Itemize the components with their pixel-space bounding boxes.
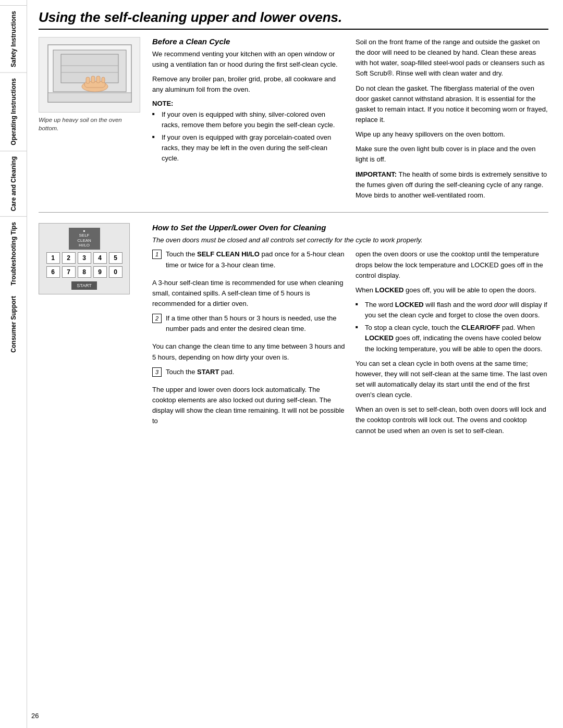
key-6[interactable]: 6: [46, 266, 60, 278]
start-label: START: [77, 283, 92, 288]
key-8[interactable]: 8: [78, 266, 91, 278]
bullet-item: If your oven is equipped with shiny, sil…: [152, 109, 345, 130]
key-4[interactable]: 4: [93, 252, 107, 264]
note-label: NOTE:: [152, 100, 345, 107]
right-para4: When an oven is set to self-clean, both …: [356, 404, 548, 436]
bottom-bullet2: To stop a clean cycle, touch the CLEAR/O…: [356, 323, 548, 354]
step2-number: 2: [152, 314, 162, 323]
right-para5: IMPORTANT: The health of some birds is e…: [356, 169, 548, 201]
key-0[interactable]: 0: [109, 266, 123, 278]
key-9[interactable]: 9: [93, 266, 107, 278]
sidebar-item-label: Operating Instructions: [10, 78, 17, 145]
step1-number: 1: [152, 250, 162, 259]
top-right-columns: Before a Clean Cycle We recommend ventin…: [152, 37, 548, 205]
right-para1: open the oven doors or use the cooktop u…: [356, 249, 548, 280]
top-left-panel: Wipe up heavy soil on the oven bottom.: [39, 37, 143, 205]
bottom-bullet-list: The word LOCKED will flash and the word …: [356, 300, 548, 354]
key-1[interactable]: 1: [46, 252, 60, 264]
step2-text: If a time other than 5 hours or 3 hours …: [166, 313, 345, 334]
step1-text: Touch the SELF CLEAN HI/LO pad once for …: [166, 249, 345, 270]
b-col-left: 1 Touch the SELF CLEAN HI/LO pad once fo…: [152, 249, 345, 440]
para-doors: The upper and lower oven doors lock auto…: [152, 385, 345, 427]
svg-rect-7: [86, 77, 90, 83]
key-7[interactable]: 7: [62, 266, 76, 278]
oven-image: [39, 37, 140, 113]
italic-note: The oven doors must be closed and all co…: [152, 235, 548, 245]
bottom-heading: How to Set the Upper/Lower Oven for Clea…: [152, 223, 548, 232]
step2-row: 2 If a time other than 5 hours or 3 hour…: [152, 313, 345, 338]
sidebar-item-safety[interactable]: Safety Instructions: [0, 5, 27, 72]
sidebar-item-care[interactable]: Care and Cleaning: [0, 151, 27, 216]
sidebar-item-label: Care and Cleaning: [10, 156, 17, 211]
start-button[interactable]: START: [71, 281, 97, 290]
svg-rect-11: [48, 93, 131, 102]
sidebar-item-label: Safety Instructions: [10, 11, 17, 67]
right-para1: Soil on the front frame of the range and…: [356, 37, 548, 79]
sidebar-item-consumer[interactable]: Consumer Support: [0, 291, 27, 358]
col-left: Before a Clean Cycle We recommend ventin…: [152, 37, 345, 205]
right-para2: Do not clean the gasket. The fiberglass …: [356, 83, 548, 126]
para2: Remove any broiler pan, broiler grid, pr…: [152, 74, 345, 95]
sc-label3: HI/LO: [72, 243, 97, 248]
step3-row: 3 Touch the START pad.: [152, 367, 345, 381]
sc-label1: SELF: [72, 233, 97, 238]
bottom-columns: 1 Touch the SELF CLEAN HI/LO pad once fo…: [152, 249, 548, 440]
step3-num-text: 3: [155, 369, 158, 375]
bottom-left-panel: ■ SELF CLEAN HI/LO 1 2 3 4 5 6 7 8 9: [39, 223, 143, 440]
bottom-right-panel: How to Set the Upper/Lower Oven for Clea…: [152, 223, 548, 440]
bullet-list: If your oven is equipped with shiny, sil…: [152, 109, 345, 164]
key-3[interactable]: 3: [78, 252, 91, 264]
page-number: 26: [31, 712, 39, 720]
step1-num-text: 1: [155, 251, 158, 257]
key-2[interactable]: 2: [62, 252, 76, 264]
bottom-bullet1: The word LOCKED will flash and the word …: [356, 300, 548, 320]
step1-row: 1 Touch the SELF CLEAN HI/LO pad once fo…: [152, 249, 345, 274]
page-title: Using the self-cleaning upper and lower …: [39, 9, 548, 30]
svg-rect-8: [91, 76, 95, 83]
col-right: Soil on the front frame of the range and…: [356, 37, 548, 205]
keypad: ■ SELF CLEAN HI/LO 1 2 3 4 5 6 7 8 9: [39, 223, 130, 294]
sidebar: Safety Instructions Operating Instructio…: [0, 0, 27, 728]
para-change: You can change the clean time to any tim…: [152, 341, 345, 362]
before-clean-heading: Before a Clean Cycle: [152, 37, 345, 46]
right-para3: You can set a clean cycle in both ovens …: [356, 359, 548, 401]
right-para4: Make sure the oven light bulb cover is i…: [356, 144, 548, 165]
sidebar-item-label: Consumer Support: [10, 296, 17, 353]
main-content: Using the self-cleaning upper and lower …: [27, 0, 563, 728]
bottom-section: ■ SELF CLEAN HI/LO 1 2 3 4 5 6 7 8 9: [39, 218, 548, 440]
sidebar-item-label: Troubleshooting Tips: [10, 222, 17, 286]
key-5[interactable]: 5: [109, 252, 123, 264]
sidebar-item-operating[interactable]: Operating Instructions: [0, 72, 27, 151]
step3-number: 3: [152, 367, 162, 377]
image-caption: Wipe up heavy soil on the oven bottom.: [39, 116, 140, 132]
step2-num-text: 2: [155, 315, 158, 322]
svg-rect-10: [102, 77, 105, 83]
step3-text: Touch the START pad.: [166, 367, 234, 377]
svg-rect-9: [96, 76, 100, 83]
self-clean-button: ■ SELF CLEAN HI/LO: [69, 228, 100, 250]
para1: We recommend venting your kitchen with a…: [152, 49, 345, 70]
right-para3: Wipe up any heavy spillovers on the oven…: [356, 129, 548, 140]
sidebar-item-troubleshooting[interactable]: Troubleshooting Tips: [0, 216, 27, 291]
top-right-panel: Before a Clean Cycle We recommend ventin…: [152, 37, 548, 205]
keypad-row1: 1 2 3 4 5: [46, 252, 123, 264]
top-section: Wipe up heavy soil on the oven bottom. B…: [39, 37, 548, 213]
para-3hr: A 3-hour self-clean time is recommended …: [152, 278, 345, 309]
keypad-row2: 6 7 8 9 0: [46, 266, 123, 278]
important-bold: IMPORTANT:: [356, 170, 397, 178]
sc-label2: CLEAN: [72, 238, 97, 243]
right-para2: When LOCKED goes off, you will be able t…: [356, 285, 548, 295]
bullet-item: If your oven is equipped with gray porce…: [152, 132, 345, 164]
sc-top: ■: [72, 229, 97, 233]
b-col-right: open the oven doors or use the cooktop u…: [356, 249, 548, 440]
